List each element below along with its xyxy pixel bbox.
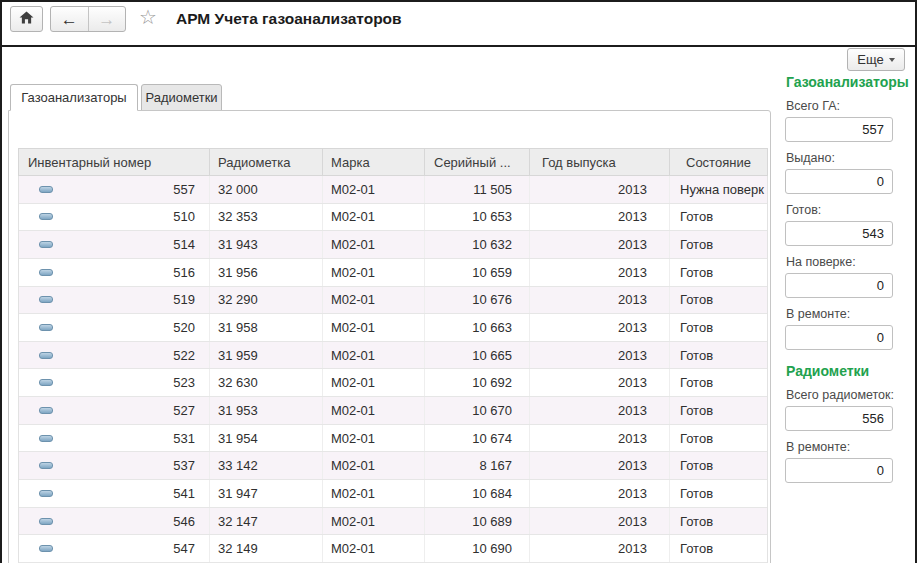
sidebar-field-label: Всего ГА: bbox=[786, 99, 897, 113]
table-row[interactable]: 54732 149М02-0110 6902013Готов bbox=[19, 535, 767, 563]
cell-inventory: 520 bbox=[19, 314, 210, 341]
sidebar-field-input[interactable] bbox=[785, 325, 893, 350]
column-header-year[interactable]: Год выпуска bbox=[530, 149, 670, 175]
sidebar-field-input[interactable] bbox=[785, 458, 893, 483]
cell-year: 2013 bbox=[530, 425, 670, 452]
sidebar-section-title: Радиометки bbox=[786, 363, 897, 379]
sidebar-field-input[interactable] bbox=[785, 406, 893, 431]
cell-inventory: 541 bbox=[19, 480, 210, 507]
record-pill-icon bbox=[39, 186, 53, 193]
cell-inventory: 519 bbox=[19, 287, 210, 314]
table-row[interactable]: 51631 956М02-0110 6592013Готов bbox=[19, 259, 767, 287]
cell-brand: М02-01 bbox=[323, 425, 425, 452]
sidebar-field-label: В ремонте: bbox=[786, 307, 897, 321]
record-pill-icon bbox=[39, 545, 53, 552]
tab-label: Газоанализаторы bbox=[21, 90, 126, 105]
cell-serial: 10 632 bbox=[425, 231, 530, 258]
back-button[interactable]: ← bbox=[51, 7, 89, 31]
cell-tag: 31 953 bbox=[210, 397, 323, 424]
cell-status: Готов bbox=[670, 480, 767, 507]
cell-serial: 10 676 bbox=[425, 287, 530, 314]
record-pill-icon bbox=[39, 407, 53, 414]
column-header-serial[interactable]: Серийный ... bbox=[425, 149, 530, 175]
window-frame-left bbox=[0, 0, 2, 563]
cell-serial: 10 689 bbox=[425, 508, 530, 535]
tab-label: Радиометки bbox=[145, 90, 217, 105]
cell-inventory: 557 bbox=[19, 176, 210, 203]
cell-year: 2013 bbox=[530, 231, 670, 258]
cell-year: 2013 bbox=[530, 397, 670, 424]
cell-tag: 31 943 bbox=[210, 231, 323, 258]
table-row[interactable]: 53733 142М02-018 1672013Готов bbox=[19, 452, 767, 480]
table-body: 55732 000М02-0111 5052013Нужна поверк510… bbox=[18, 176, 768, 563]
table-row[interactable]: 51431 943М02-0110 6322013Готов bbox=[19, 231, 767, 259]
cell-serial: 11 505 bbox=[425, 176, 530, 203]
table-row[interactable]: 51932 290М02-0110 6762013Готов bbox=[19, 287, 767, 315]
history-nav-group: ← → bbox=[50, 6, 126, 32]
cell-tag: 31 954 bbox=[210, 425, 323, 452]
table-row[interactable]: 53131 954М02-0110 6742013Готов bbox=[19, 425, 767, 453]
forward-button[interactable]: → bbox=[89, 7, 126, 31]
cell-serial: 8 167 bbox=[425, 452, 530, 479]
cell-brand: М02-01 bbox=[323, 204, 425, 231]
sidebar-field-input[interactable] bbox=[785, 221, 893, 246]
cell-brand: М02-01 bbox=[323, 535, 425, 562]
favorites-star-icon[interactable]: ☆ bbox=[139, 7, 157, 27]
cell-tag: 32 147 bbox=[210, 508, 323, 535]
cell-inventory: 510 bbox=[19, 204, 210, 231]
sidebar-field-label: Всего радиометок: bbox=[786, 388, 897, 402]
sidebar-field-input[interactable] bbox=[785, 273, 893, 298]
table-row[interactable]: 54632 147М02-0110 6892013Готов bbox=[19, 508, 767, 536]
table-row[interactable]: 52231 959М02-0110 6652013Готов bbox=[19, 342, 767, 370]
header-separator-line bbox=[0, 45, 917, 47]
column-header-radio-tag[interactable]: Радиометка bbox=[210, 149, 323, 175]
cell-serial: 10 665 bbox=[425, 342, 530, 369]
sidebar-field-label: Готов: bbox=[786, 203, 897, 217]
record-pill-icon bbox=[39, 269, 53, 276]
column-header-status[interactable]: Состояние bbox=[670, 149, 767, 175]
cell-tag: 33 142 bbox=[210, 452, 323, 479]
record-pill-icon bbox=[39, 379, 53, 386]
page-more-button[interactable]: Еще bbox=[847, 48, 905, 71]
cell-serial: 10 690 bbox=[425, 535, 530, 562]
tab-radio-tags[interactable]: Радиометки bbox=[141, 84, 222, 111]
cell-serial: 10 684 bbox=[425, 480, 530, 507]
sidebar-field-input[interactable] bbox=[785, 117, 893, 142]
cell-brand: М02-01 bbox=[323, 508, 425, 535]
cell-inventory: 522 bbox=[19, 342, 210, 369]
sidebar-section-title: Газоанализаторы bbox=[786, 74, 897, 90]
app-window: ← → ☆ АРМ Учета газоанализаторов Еще Газ… bbox=[0, 0, 917, 563]
cell-brand: М02-01 bbox=[323, 452, 425, 479]
cell-status: Готов bbox=[670, 425, 767, 452]
cell-brand: М02-01 bbox=[323, 342, 425, 369]
home-button[interactable] bbox=[10, 6, 43, 32]
sidebar-field-input[interactable] bbox=[785, 169, 893, 194]
cell-status: Готов bbox=[670, 259, 767, 286]
table-row[interactable]: 54131 947М02-0110 6842013Готов bbox=[19, 480, 767, 508]
cell-brand: М02-01 bbox=[323, 314, 425, 341]
cell-inventory: 523 bbox=[19, 369, 210, 396]
cell-status: Готов bbox=[670, 204, 767, 231]
cell-status: Готов bbox=[670, 287, 767, 314]
sidebar-field-label: На поверке: bbox=[786, 255, 897, 269]
cell-year: 2013 bbox=[530, 287, 670, 314]
table-row[interactable]: 55732 000М02-0111 5052013Нужна поверк bbox=[19, 176, 767, 204]
column-header-brand[interactable]: Марка bbox=[323, 149, 425, 175]
table-row[interactable]: 51032 353М02-0110 6532013Готов bbox=[19, 204, 767, 232]
page-title: АРМ Учета газоанализаторов bbox=[176, 10, 402, 28]
cell-brand: М02-01 bbox=[323, 259, 425, 286]
cell-brand: М02-01 bbox=[323, 480, 425, 507]
tab-gas-analyzers[interactable]: Газоанализаторы bbox=[10, 84, 138, 111]
table-row[interactable]: 52031 958М02-0110 6632013Готов bbox=[19, 314, 767, 342]
record-pill-icon bbox=[39, 296, 53, 303]
window-frame-top bbox=[0, 0, 917, 2]
table-row[interactable]: 52731 953М02-0110 6702013Готов bbox=[19, 397, 767, 425]
cell-year: 2013 bbox=[530, 204, 670, 231]
cell-inventory: 531 bbox=[19, 425, 210, 452]
column-header-inventory[interactable]: Инвентарный номер bbox=[19, 149, 210, 175]
table-header: Инвентарный номер Радиометка Марка Серий… bbox=[18, 148, 768, 176]
cell-status: Готов bbox=[670, 535, 767, 562]
table-row[interactable]: 52332 630М02-0110 6922013Готов bbox=[19, 369, 767, 397]
cell-inventory: 547 bbox=[19, 535, 210, 562]
record-pill-icon bbox=[39, 324, 53, 331]
